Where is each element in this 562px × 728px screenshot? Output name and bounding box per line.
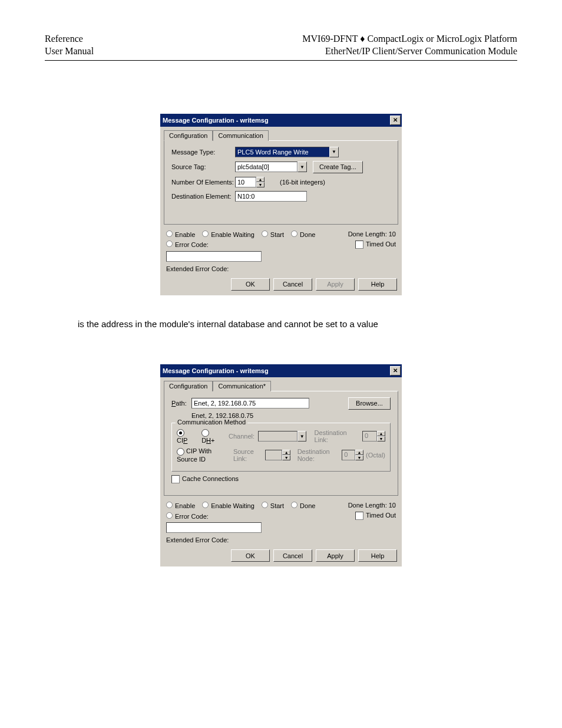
msg-type-label: Message Type:: [171, 149, 235, 156]
cache-connections-check[interactable]: Cache Connections: [171, 475, 239, 483]
cancel-button[interactable]: Cancel: [273, 549, 312, 562]
dropdown-icon: ▼: [297, 431, 306, 442]
octal-label: (Octal): [366, 452, 385, 459]
source-tag-input[interactable]: [235, 162, 297, 172]
browse-button[interactable]: Browse...: [348, 397, 391, 410]
page-header: Reference User Manual MVI69-DFNT ♦ Compa…: [45, 33, 517, 61]
tab-communication[interactable]: Communication*: [213, 381, 271, 391]
timed-out-check[interactable]: Timed Out: [355, 512, 396, 520]
num-elements-hint: (16-bit integers): [280, 179, 325, 186]
titlebar: Message Configuration - writemsg ✕: [160, 364, 402, 377]
dest-link-label: Destination Link:: [315, 429, 360, 443]
path-label: Path:: [171, 400, 191, 407]
dest-node-input: 0: [342, 450, 355, 460]
dest-node-label: Destination Node:: [297, 448, 340, 462]
dialog-buttons: OK Cancel Apply Help: [160, 276, 402, 295]
help-button[interactable]: Help: [358, 278, 397, 291]
dropdown-icon[interactable]: ▼: [297, 162, 307, 172]
radio-cip-srcid[interactable]: CIP With Source ID: [177, 447, 230, 463]
tabs: Configuration Communication: [160, 127, 402, 141]
status-area: Enable Enable Waiting Start Done Done Le…: [160, 228, 402, 276]
tab-pane-configuration: Message Type: PLC5 Word Range Write ▼ So…: [164, 140, 398, 225]
ok-button[interactable]: OK: [231, 278, 270, 291]
apply-button[interactable]: Apply: [316, 549, 355, 562]
spinner-up-icon[interactable]: ▲: [256, 177, 265, 182]
dest-element-input[interactable]: [235, 191, 307, 202]
group-title: Communication Method: [176, 419, 247, 426]
status-done: Done: [291, 230, 315, 238]
dropdown-icon[interactable]: ▼: [329, 147, 339, 157]
close-icon[interactable]: ✕: [390, 116, 401, 125]
radio-cip[interactable]: CIP: [177, 429, 196, 444]
dialog-title: Message Configuration - writemsg: [163, 117, 269, 124]
timed-out-check[interactable]: Timed Out: [355, 241, 396, 249]
num-elements-spinner[interactable]: ▲ ▼: [256, 177, 265, 187]
dialog-title: Message Configuration - writemsg: [163, 367, 269, 374]
channel-label: Channel:: [229, 433, 254, 440]
source-tag-label: Source Tag:: [171, 163, 235, 170]
tab-pane-communication: Path: Browse... Enet, 2, 192.168.0.75 Co…: [164, 391, 398, 496]
status-enable-waiting: Enable Waiting: [202, 502, 254, 509]
dest-element-label: Destination Element:: [171, 193, 235, 200]
ok-button[interactable]: OK: [231, 549, 270, 562]
help-button[interactable]: Help: [358, 549, 397, 562]
error-code-field: [166, 251, 262, 262]
spinner-down-icon[interactable]: ▼: [256, 182, 265, 187]
done-length: Done Length: 10: [348, 502, 396, 509]
dest-link-input: 0: [362, 431, 377, 442]
done-length: Done Length: 10: [348, 230, 396, 238]
tab-communication[interactable]: Communication: [213, 130, 268, 141]
titlebar: Message Configuration - writemsg ✕: [160, 114, 402, 127]
apply-button[interactable]: Apply: [316, 278, 355, 291]
dialog-configuration: Message Configuration - writemsg ✕ Confi…: [160, 114, 402, 295]
ext-error-label: Extended Error Code:: [166, 536, 229, 543]
dialog-buttons: OK Cancel Apply Help: [160, 547, 402, 566]
spinner: ▲▼: [282, 450, 290, 460]
tab-configuration[interactable]: Configuration: [164, 381, 213, 391]
status-start: Start: [262, 230, 284, 238]
hdr-right-2: EtherNet/IP Client/Server Communication …: [302, 45, 517, 58]
dialog-communication: Message Configuration - writemsg ✕ Confi…: [160, 364, 402, 566]
hdr-right-1: MVI69-DFNT ♦ CompactLogix or MicroLogix …: [302, 33, 517, 45]
status-enable: Enable: [166, 502, 195, 509]
hdr-left-1: Reference: [45, 33, 94, 45]
num-elements-input[interactable]: [235, 177, 256, 187]
status-enable: Enable: [166, 230, 195, 238]
close-icon[interactable]: ✕: [390, 366, 401, 375]
msg-type-select[interactable]: PLC5 Word Range Write: [235, 147, 329, 157]
spinner: ▲▼: [377, 431, 385, 442]
status-start: Start: [262, 502, 284, 509]
channel-select: [258, 431, 297, 442]
source-link-input: [265, 450, 282, 460]
status-error: Error Code:: [166, 512, 209, 520]
tab-configuration[interactable]: Configuration: [164, 130, 213, 141]
path-input[interactable]: [191, 398, 309, 409]
num-elements-label: Number Of Elements:: [171, 179, 235, 186]
hdr-left-2: User Manual: [45, 45, 94, 58]
status-done: Done: [291, 502, 315, 509]
status-error: Error Code:: [166, 241, 209, 248]
cancel-button[interactable]: Cancel: [273, 278, 312, 291]
create-tag-button[interactable]: Create Tag...: [313, 161, 363, 173]
source-link-label: Source Link:: [233, 448, 263, 462]
spinner: ▲▼: [355, 450, 363, 460]
ext-error-label: Extended Error Code:: [166, 265, 229, 272]
body-paragraph: is the address in the module's internal …: [78, 319, 490, 329]
error-code-field: [166, 522, 262, 533]
tabs: Configuration Communication*: [160, 377, 402, 391]
status-area: Enable Enable Waiting Start Done Done Le…: [160, 499, 402, 547]
status-enable-waiting: Enable Waiting: [202, 230, 254, 238]
radio-dhplus[interactable]: DH+: [201, 429, 223, 444]
comm-method-group: Communication Method CIP DH+ Channel: ▼ …: [171, 423, 391, 472]
